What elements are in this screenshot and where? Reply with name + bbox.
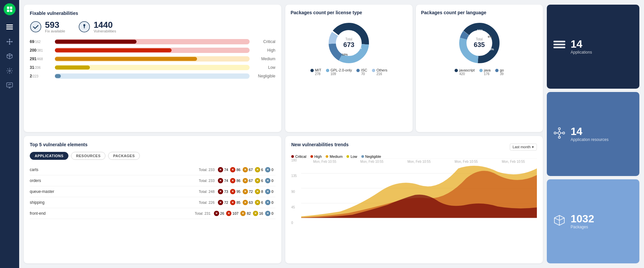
language-card: Packages count per language 66% 28% 6%: [416, 5, 543, 132]
license-donut-wrap: 41% 32% 16% 10% Total 673 MIT278GPL-2.0-…: [291, 20, 407, 76]
severity-row-negligible: 2/223 Negligible: [30, 73, 275, 79]
tab-resources[interactable]: RESOURCES: [71, 152, 105, 160]
svg-point-44: [563, 132, 565, 134]
medium-badge-icon: ✕: [243, 178, 248, 183]
license-donut: 41% 32% 16% 10% Total 673: [326, 20, 372, 66]
negligible-badge-icon: ✕: [265, 189, 270, 194]
applications-count: 14: [571, 39, 592, 49]
medium-badge-icon: ✕: [243, 200, 248, 205]
negligible-badge-icon: ✕: [265, 167, 270, 172]
trends-chart: 180 135 90 45 0: [291, 158, 537, 225]
high-badge-icon: ✕: [230, 189, 235, 194]
applications-stat-card[interactable]: 14 Applications: [547, 5, 639, 89]
negligible-badge-icon: ✕: [265, 200, 270, 205]
vuln-list-row: shipping Total: 226 ✕ 72 ✕ 85 ✕ 63 ✕ 6 ✕…: [30, 197, 275, 208]
trends-legend-item: Medium: [326, 155, 342, 158]
svg-text:6%: 6%: [488, 35, 492, 38]
svg-rect-39: [553, 47, 565, 48]
fix-icon: [30, 21, 42, 33]
svg-point-8: [9, 39, 10, 40]
packages-label: Packages: [571, 225, 594, 229]
svg-text:16%: 16%: [336, 44, 342, 47]
license-card: Packages count per license type: [285, 5, 413, 132]
svg-point-18: [30, 22, 41, 32]
severity-row-high: 200/381 High: [30, 48, 275, 53]
vuln-icon: [78, 21, 90, 33]
svg-rect-0: [7, 7, 9, 9]
sidebar-item-settings[interactable]: [4, 65, 16, 77]
high-badge-icon: ✕: [230, 200, 235, 205]
license-donut-label: Total 673: [343, 37, 354, 49]
critical-badge-icon: ✕: [218, 167, 223, 172]
vuln-list-row: queue-master Total: 248 ✕ 73 ✕ 95 ✕ 72 ✕…: [30, 186, 275, 197]
svg-point-10: [7, 41, 8, 42]
tab-packages[interactable]: PACKAGES: [108, 152, 140, 160]
fix-label: Fix available: [45, 29, 65, 33]
trends-header: New vulnerabilities trends Last month ▾: [291, 142, 537, 152]
vuln-list-row: orders Total: 233 ✕ 74 ✕ 86 ✕ 67 ✕ 6 ✕ 0: [30, 175, 275, 186]
svg-rect-22: [84, 26, 85, 27]
license-legend-item: ISC70: [356, 68, 367, 76]
fix-count: 593: [45, 21, 65, 29]
logo[interactable]: [4, 3, 16, 15]
sidebar-item-network[interactable]: [4, 36, 16, 48]
packages-count: 1032: [571, 213, 594, 224]
svg-point-42: [558, 136, 560, 138]
trends-legend-item: Low: [346, 155, 357, 158]
trends-legend: CriticalHighMediumLowNegligible: [291, 155, 537, 158]
sidebar-item-packages[interactable]: [4, 50, 16, 62]
critical-badge-icon: ✕: [218, 178, 223, 183]
svg-rect-5: [6, 26, 13, 27]
fixable-vulnerabilities-card: Fixable vulnerabilities 593 Fix availabl…: [24, 5, 281, 132]
severity-row-critical: 69/162 Critical: [30, 39, 275, 44]
fix-available-stat: 593 Fix available: [30, 21, 65, 33]
top5-tabs: APPLICATIONSRESOURCESPACKAGES: [30, 152, 275, 160]
svg-point-11: [11, 41, 13, 42]
language-donut-wrap: 66% 28% 6% Total 635 javascript420java17…: [421, 20, 538, 76]
fix-stats: 593 Fix available 1440 Vulnerabilities: [30, 21, 275, 33]
svg-rect-1: [10, 7, 12, 9]
low-badge-icon: ✕: [255, 167, 260, 172]
svg-point-16: [9, 70, 11, 72]
svg-rect-37: [553, 41, 565, 42]
low-badge-icon: ✕: [253, 211, 258, 216]
svg-point-9: [9, 43, 10, 45]
negligible-badge-icon: ✕: [265, 211, 270, 216]
trends-dropdown[interactable]: Last month ▾: [510, 144, 537, 151]
svg-rect-38: [553, 44, 565, 45]
license-legend: MIT278GPL-2.0-only109ISC70Others216: [310, 68, 387, 76]
medium-badge-icon: ✕: [243, 189, 248, 194]
severity-row-low: 31/206 Low: [30, 65, 275, 70]
severity-row-medium: 291/468 Medium: [30, 56, 275, 62]
language-donut-label: Total 635: [474, 37, 485, 49]
sidebar-item-dashboard[interactable]: [4, 21, 16, 33]
top5-title: Top 5 vulnerable elements: [30, 142, 275, 147]
svg-point-41: [558, 128, 560, 130]
critical-badge-icon: ✕: [214, 211, 219, 216]
high-badge-icon: ✕: [230, 167, 235, 172]
applications-label: Applications: [571, 50, 592, 55]
svg-point-21: [84, 27, 85, 28]
top5-card: Top 5 vulnerable elements APPLICATIONSRE…: [24, 136, 281, 263]
language-legend-item: java176: [479, 68, 491, 76]
stat-cards: 14 Applications 14 Ap: [547, 5, 639, 263]
vuln-stat: 1440 Vulnerabilities: [78, 21, 116, 33]
negligible-badge-icon: ✕: [265, 178, 270, 183]
packages-stat-card[interactable]: 1032 Packages: [547, 179, 639, 263]
app-resources-stat-card[interactable]: 14 Application resources: [547, 92, 639, 176]
svg-text:32%: 32%: [356, 46, 362, 50]
top5-list: carts Total: 233 ✕ 74 ✕ 86 ✕ 67 ✕ 6 ✕ 0 …: [30, 164, 275, 219]
license-legend-item: Others216: [372, 68, 387, 76]
tab-applications[interactable]: APPLICATIONS: [30, 152, 68, 160]
medium-badge-icon: ✕: [240, 211, 246, 216]
sidebar: [0, 0, 19, 268]
medium-badge-icon: ✕: [243, 167, 248, 172]
trends-legend-item: Critical: [291, 155, 306, 158]
svg-text:41%: 41%: [347, 31, 353, 34]
sidebar-item-monitor[interactable]: [4, 79, 16, 91]
svg-text:66%: 66%: [477, 29, 483, 32]
trends-legend-item: Negligible: [361, 155, 381, 158]
license-legend-item: MIT278: [310, 68, 321, 76]
high-badge-icon: ✕: [226, 211, 231, 216]
svg-point-43: [554, 132, 556, 134]
